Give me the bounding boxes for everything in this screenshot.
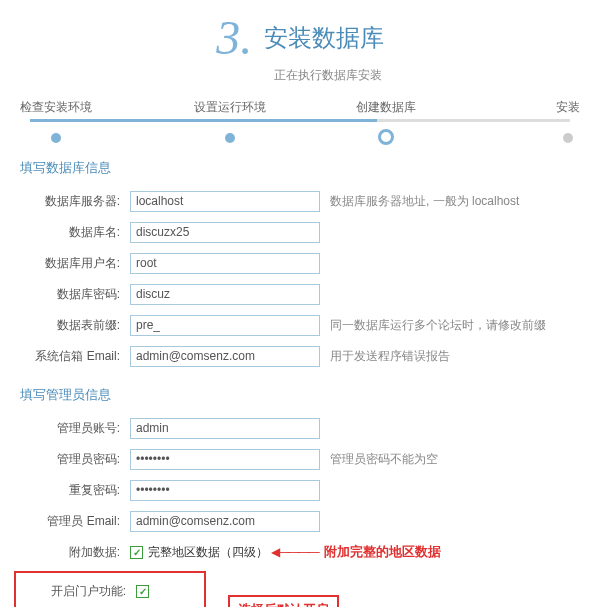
page-subtitle: 正在执行数据库安装	[56, 67, 600, 84]
db-row: 系统信箱 Email: 用于发送程序错误报告	[20, 344, 580, 368]
admin-row: 管理员 Email:	[20, 509, 580, 533]
db-input-3[interactable]	[130, 284, 320, 305]
step-number: 3.	[216, 10, 252, 65]
features-annotation: 选择后默认开启	[228, 595, 339, 607]
progress-step-3: 创建数据库	[356, 99, 416, 145]
progress-step-4: 安装	[556, 99, 580, 143]
admin-row: 管理员密码: 管理员密码不能为空	[20, 447, 580, 471]
extra-data-label: 附加数据:	[20, 544, 130, 561]
field-label: 数据库名:	[20, 224, 130, 241]
field-label: 数据库服务器:	[20, 193, 130, 210]
field-hint: 管理员密码不能为空	[330, 451, 580, 468]
field-hint: 用于发送程序错误报告	[330, 348, 580, 365]
extra-data-chk-label: 完整地区数据（四级）	[148, 544, 268, 561]
progress-bar: 检查安装环境 设置运行环境 创建数据库 安装	[20, 99, 580, 139]
admin-input-3[interactable]	[130, 511, 320, 532]
admin-row: 重复密码:	[20, 478, 580, 502]
field-label: 管理员密码:	[20, 451, 130, 468]
db-input-5[interactable]	[130, 346, 320, 367]
feature-checkbox-0[interactable]	[136, 585, 149, 598]
db-row: 数据库服务器: 数据库服务器地址, 一般为 localhost	[20, 189, 580, 213]
feature-label: 开启门户功能:	[20, 583, 136, 600]
db-input-2[interactable]	[130, 253, 320, 274]
extra-data-checkbox[interactable]	[130, 546, 143, 559]
extra-data-row: 附加数据: 完整地区数据（四级） ◀———— 附加完整的地区数据	[20, 540, 580, 564]
field-hint: 同一数据库运行多个论坛时，请修改前缀	[330, 317, 580, 334]
page-title: 安装数据库	[264, 22, 384, 54]
admin-input-2[interactable]	[130, 480, 320, 501]
feature-row: 开启门户功能:	[20, 579, 200, 603]
arrow-icon: ◀————	[268, 545, 318, 559]
admin-row: 管理员账号:	[20, 416, 580, 440]
field-label: 数据库密码:	[20, 286, 130, 303]
admin-input-0[interactable]	[130, 418, 320, 439]
db-input-0[interactable]	[130, 191, 320, 212]
field-label: 系统信箱 Email:	[20, 348, 130, 365]
field-label: 管理员账号:	[20, 420, 130, 437]
admin-section-heading: 填写管理员信息	[20, 386, 580, 404]
progress-step-1: 检查安装环境	[20, 99, 92, 143]
db-row: 数据库名:	[20, 220, 580, 244]
field-label: 数据表前缀:	[20, 317, 130, 334]
field-label: 数据库用户名:	[20, 255, 130, 272]
extra-annotation: 附加完整的地区数据	[324, 543, 441, 561]
db-row: 数据表前缀: 同一数据库运行多个论坛时，请修改前缀	[20, 313, 580, 337]
field-label: 管理员 Email:	[20, 513, 130, 530]
admin-input-1[interactable]	[130, 449, 320, 470]
features-highlight-box: 开启门户功能: 开启家园功能: 开启群组功能:	[14, 571, 206, 607]
field-label: 重复密码:	[20, 482, 130, 499]
db-row: 数据库用户名:	[20, 251, 580, 275]
progress-step-2: 设置运行环境	[194, 99, 266, 143]
field-hint: 数据库服务器地址, 一般为 localhost	[330, 193, 580, 210]
db-row: 数据库密码:	[20, 282, 580, 306]
db-input-4[interactable]	[130, 315, 320, 336]
db-input-1[interactable]	[130, 222, 320, 243]
header: 3. 安装数据库 正在执行数据库安装	[0, 0, 600, 89]
db-section-heading: 填写数据库信息	[20, 159, 580, 177]
